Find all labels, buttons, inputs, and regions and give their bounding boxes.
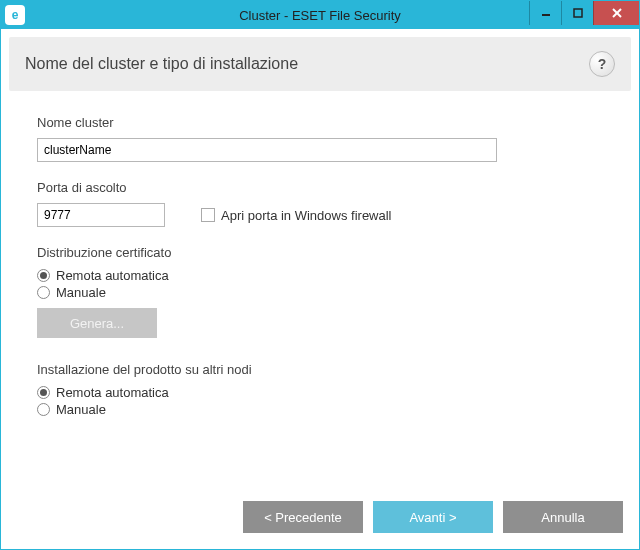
cluster-name-label: Nome cluster: [37, 115, 603, 130]
product-install-options: Remota automatica Manuale: [37, 385, 603, 417]
wizard-title: Nome del cluster e tipo di installazione: [25, 55, 298, 73]
cert-dist-group: Distribuzione certificato Remota automat…: [37, 245, 603, 338]
product-install-auto-label: Remota automatica: [56, 385, 169, 400]
wizard-header: Nome del cluster e tipo di installazione…: [9, 37, 631, 91]
checkbox-icon: [201, 208, 215, 222]
svg-rect-1: [574, 9, 582, 17]
listen-port-group: Porta di ascolto Apri porta in Windows f…: [37, 180, 603, 227]
listen-port-row: Apri porta in Windows firewall: [37, 203, 603, 227]
next-button[interactable]: Avanti >: [373, 501, 493, 533]
minimize-button[interactable]: [529, 1, 561, 25]
listen-port-label: Porta di ascolto: [37, 180, 603, 195]
firewall-checkbox[interactable]: Apri porta in Windows firewall: [201, 208, 392, 223]
radio-icon: [37, 386, 50, 399]
help-icon: ?: [598, 56, 607, 72]
radio-icon: [37, 269, 50, 282]
back-button[interactable]: < Precedente: [243, 501, 363, 533]
wizard-body: Nome cluster Porta di ascolto Apri porta…: [1, 99, 639, 489]
back-button-label: < Precedente: [264, 510, 342, 525]
app-icon-letter: e: [12, 8, 19, 22]
product-install-auto[interactable]: Remota automatica: [37, 385, 603, 400]
generate-button-label: Genera...: [70, 316, 124, 331]
cert-dist-label: Distribuzione certificato: [37, 245, 603, 260]
product-install-label: Installazione del prodotto su altri nodi: [37, 362, 603, 377]
radio-icon: [37, 403, 50, 416]
cert-dist-options: Remota automatica Manuale: [37, 268, 603, 300]
window-controls: [529, 1, 639, 29]
close-icon: [611, 7, 623, 19]
app-icon: e: [5, 5, 25, 25]
cert-dist-auto-label: Remota automatica: [56, 268, 169, 283]
wizard-footer: < Precedente Avanti > Annulla: [1, 489, 639, 549]
cert-dist-auto[interactable]: Remota automatica: [37, 268, 603, 283]
generate-button: Genera...: [37, 308, 157, 338]
titlebar: e Cluster - ESET File Security: [1, 1, 639, 29]
close-button[interactable]: [593, 1, 639, 25]
product-install-group: Installazione del prodotto su altri nodi…: [37, 362, 603, 417]
cluster-name-group: Nome cluster: [37, 115, 603, 162]
maximize-icon: [573, 8, 583, 18]
product-install-manual-label: Manuale: [56, 402, 106, 417]
product-install-manual[interactable]: Manuale: [37, 402, 603, 417]
maximize-button[interactable]: [561, 1, 593, 25]
cancel-button-label: Annulla: [541, 510, 584, 525]
radio-icon: [37, 286, 50, 299]
cancel-button[interactable]: Annulla: [503, 501, 623, 533]
firewall-checkbox-label: Apri porta in Windows firewall: [221, 208, 392, 223]
window-frame: e Cluster - ESET File Security Nome del …: [0, 0, 640, 550]
cert-dist-manual[interactable]: Manuale: [37, 285, 603, 300]
help-button[interactable]: ?: [589, 51, 615, 77]
cert-dist-manual-label: Manuale: [56, 285, 106, 300]
listen-port-input[interactable]: [37, 203, 165, 227]
minimize-icon: [541, 8, 551, 18]
next-button-label: Avanti >: [409, 510, 456, 525]
cluster-name-input[interactable]: [37, 138, 497, 162]
